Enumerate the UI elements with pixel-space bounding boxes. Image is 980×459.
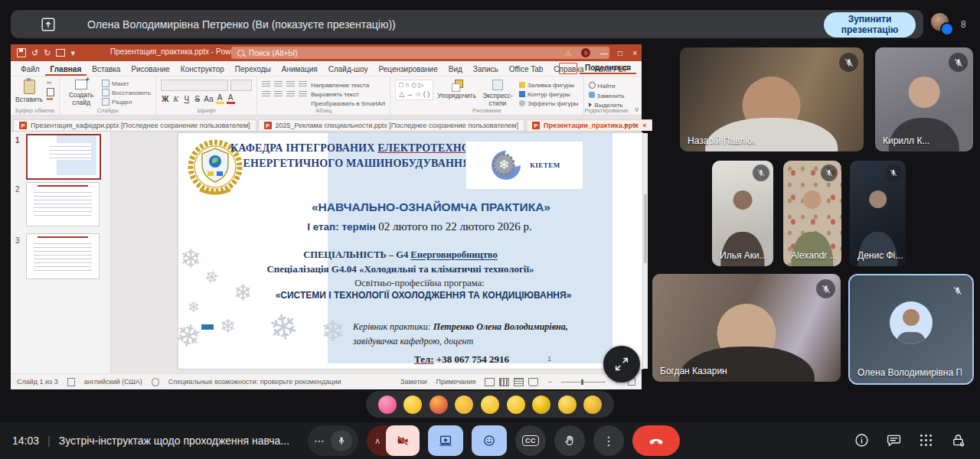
slide-sorter-icon[interactable] bbox=[499, 378, 509, 386]
ribbon-tab[interactable]: Главная bbox=[45, 63, 87, 76]
quick-styles-button[interactable]: Экспресс-стили bbox=[480, 80, 515, 107]
line-spacing-icon[interactable] bbox=[299, 81, 307, 88]
text-direction-button[interactable]: Направление текста bbox=[311, 82, 385, 89]
clipboard-mini-buttons[interactable]: ✂ bbox=[47, 80, 54, 100]
redo-icon[interactable]: ↻ bbox=[44, 48, 51, 58]
font-color-button[interactable]: А bbox=[227, 93, 235, 104]
ribbon-tab[interactable]: Рецензирование bbox=[374, 63, 443, 76]
reaction-emoji[interactable]: 👎 bbox=[583, 396, 602, 414]
reaction-emoji[interactable]: 👍 bbox=[403, 396, 422, 414]
more-options-button[interactable]: ⋮ bbox=[593, 425, 624, 456]
ribbon-tab[interactable]: Рисование bbox=[126, 63, 175, 76]
ribbon-tab[interactable]: Анимация bbox=[276, 63, 323, 76]
slide-thumbnail[interactable] bbox=[26, 233, 100, 279]
change-case-button[interactable]: Aa bbox=[204, 95, 213, 103]
bullets-icon[interactable] bbox=[262, 81, 270, 88]
maximize-button[interactable]: □ bbox=[618, 49, 622, 57]
zoom-out-icon[interactable]: − bbox=[547, 378, 551, 386]
reactions-button[interactable] bbox=[472, 425, 507, 456]
camera-options-icon[interactable]: ∧ bbox=[367, 425, 388, 456]
reaction-emoji[interactable]: 😢 bbox=[532, 396, 550, 414]
scrollbar[interactable] bbox=[643, 133, 648, 369]
participant-tile[interactable]: Богдан Казарин bbox=[652, 274, 841, 382]
normal-view-icon[interactable] bbox=[485, 378, 495, 386]
collapse-ribbon-icon[interactable]: ∨ bbox=[634, 106, 639, 113]
warning-icon[interactable]: ⚠ bbox=[564, 49, 571, 57]
reset-button[interactable]: Восстановить bbox=[102, 89, 151, 96]
undo-icon[interactable]: ↺ bbox=[31, 48, 38, 58]
minimize-button[interactable]: — bbox=[600, 49, 608, 57]
find-button[interactable]: Найти bbox=[589, 82, 625, 90]
customize-toolbar-icon[interactable]: ▾ bbox=[70, 48, 75, 58]
shapes-gallery[interactable]: □ ○ ◇ ▷ △ → ☆ ( ) bbox=[395, 80, 433, 100]
participant-tile[interactable]: Кирилл К... bbox=[875, 47, 973, 151]
document-tab[interactable]: P2025_Реклама специальности.pptx [Послед… bbox=[258, 119, 524, 131]
new-slide-button[interactable]: Создать слайд bbox=[64, 80, 98, 106]
reaction-emoji[interactable]: 🎉 bbox=[430, 396, 448, 414]
shapes-row[interactable]: □ ○ ◇ ▷ bbox=[399, 81, 430, 90]
justify-icon[interactable] bbox=[299, 91, 307, 98]
slide[interactable]: КАФЕДРА ІНТЕГРОВАНИХ ЕЛЕКТРОТЕХНОЛОГІЙ Е… bbox=[178, 133, 642, 369]
ribbon-tab[interactable]: Конструктор bbox=[175, 63, 230, 76]
captions-button[interactable]: CC bbox=[515, 425, 546, 456]
align-left-icon[interactable] bbox=[262, 91, 270, 98]
search-input[interactable]: Поиск (Alt+Ы) bbox=[231, 47, 609, 59]
ribbon-tab[interactable]: Переходы bbox=[230, 63, 276, 76]
save-icon[interactable] bbox=[17, 48, 26, 57]
italic-button[interactable]: К bbox=[172, 95, 180, 103]
ribbon-tab[interactable]: Вид bbox=[443, 63, 468, 76]
bold-button[interactable]: Ж bbox=[161, 95, 169, 103]
camera-off-icon[interactable] bbox=[386, 425, 420, 456]
chat-button[interactable] bbox=[886, 432, 902, 451]
document-tab[interactable]: PПрезентация_кафедри.pptx [Последнее сох… bbox=[13, 119, 256, 131]
ribbon-tab[interactable]: Запись bbox=[468, 63, 504, 76]
indent-icon[interactable] bbox=[286, 81, 295, 88]
ribbon-tab[interactable]: Слайд-шоу bbox=[323, 63, 374, 76]
host-controls-button[interactable] bbox=[950, 432, 966, 451]
present-screen-button[interactable] bbox=[428, 425, 463, 456]
align-center-icon[interactable] bbox=[274, 91, 283, 98]
participant-tile[interactable]: Илья Аки... bbox=[712, 161, 773, 266]
slideshow-icon[interactable] bbox=[528, 378, 538, 386]
tab-close-icon[interactable]: × bbox=[633, 122, 637, 129]
shape-fill-button[interactable]: Заливка фигуры bbox=[519, 82, 579, 89]
share-button[interactable]: Поделиться bbox=[559, 62, 636, 74]
apps-grid-button[interactable] bbox=[918, 432, 934, 451]
participant-tile[interactable]: Денис Фі... bbox=[850, 161, 906, 266]
comments-button[interactable]: Примечания bbox=[436, 378, 476, 386]
tab-dropdown-icon[interactable]: ▾ bbox=[624, 122, 627, 129]
ribbon-tab[interactable]: Файл bbox=[15, 63, 45, 76]
start-slideshow-icon[interactable] bbox=[56, 49, 65, 57]
close-button[interactable]: × bbox=[632, 49, 637, 57]
raise-hand-button[interactable] bbox=[554, 425, 585, 456]
font-name-select[interactable] bbox=[161, 80, 228, 91]
slide-thumbnail-selected[interactable] bbox=[26, 134, 101, 180]
shape-outline-button[interactable]: Контур фигуры bbox=[519, 91, 579, 98]
ribbon-tab[interactable]: Office Tab bbox=[504, 63, 549, 76]
cut-icon[interactable]: ✂ bbox=[47, 80, 54, 86]
reading-view-icon[interactable] bbox=[514, 378, 524, 386]
strikethrough-button[interactable]: S bbox=[193, 95, 201, 103]
participants-stack[interactable]: 8 bbox=[931, 13, 966, 36]
leave-call-button[interactable] bbox=[632, 425, 680, 456]
copy-icon[interactable] bbox=[47, 88, 54, 96]
smartart-button[interactable]: Преобразовать в SmartArt bbox=[311, 100, 385, 107]
replace-button[interactable]: Заменить bbox=[589, 92, 625, 99]
language-indicator[interactable]: английский (США) bbox=[84, 378, 142, 386]
align-right-icon[interactable] bbox=[286, 91, 295, 98]
slide-thumbnail[interactable] bbox=[26, 182, 100, 226]
align-text-button[interactable]: Выровнять текст bbox=[311, 91, 385, 98]
quick-access-toolbar[interactable]: ↺ ↻ ▾ bbox=[17, 48, 75, 58]
shapes-row[interactable]: △ → ☆ ( ) bbox=[399, 90, 430, 99]
expand-presentation-button[interactable] bbox=[603, 346, 640, 382]
shape-effects-button[interactable]: Эффекты фигуры bbox=[519, 100, 579, 107]
numbering-icon[interactable] bbox=[274, 81, 283, 88]
layout-button[interactable]: Макет bbox=[102, 80, 151, 87]
section-button[interactable]: Раздел bbox=[102, 98, 151, 106]
camera-button[interactable]: ∧ bbox=[367, 425, 420, 456]
view-buttons[interactable] bbox=[485, 378, 538, 386]
participant-tile[interactable]: Alexandr ... bbox=[783, 161, 841, 266]
reaction-emoji[interactable]: 💖 bbox=[378, 396, 397, 414]
font-size-select[interactable] bbox=[230, 80, 252, 91]
notes-button[interactable]: Заметки bbox=[400, 378, 426, 386]
